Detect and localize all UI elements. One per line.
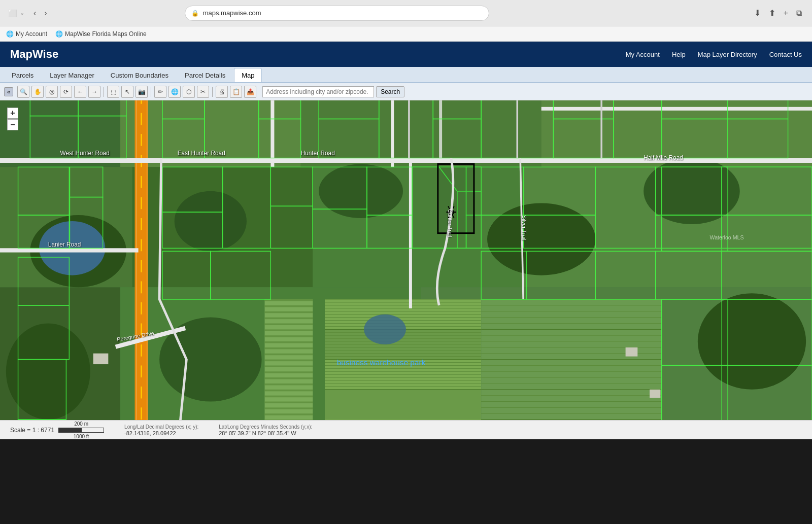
- coords-decimal-label: Long/Lat Decimal Degrees (x; y):: [124, 424, 198, 430]
- map-zoom-controls: + −: [7, 108, 18, 130]
- toolbar-globe-btn[interactable]: 🌐: [168, 86, 181, 98]
- nav-my-account[interactable]: My Account: [626, 51, 660, 58]
- svg-rect-120: [270, 100, 274, 167]
- search-button[interactable]: Search: [376, 86, 404, 97]
- browser-back-button[interactable]: ‹: [30, 7, 39, 20]
- svg-rect-44: [264, 390, 313, 392]
- svg-rect-45: [264, 396, 313, 398]
- nav-help[interactable]: Help: [672, 51, 686, 58]
- svg-rect-117: [542, 107, 812, 111]
- new-tab-button[interactable]: +: [782, 6, 790, 20]
- svg-rect-34: [264, 329, 313, 331]
- svg-rect-37: [264, 347, 313, 350]
- svg-text:Silver Trail: Silver Trail: [521, 215, 527, 240]
- svg-rect-122: [409, 158, 412, 308]
- toolbar-target-btn[interactable]: ◎: [46, 86, 58, 98]
- map-toolbar: « 🔍 ✋ ◎ ⟳ ← → ⬚ ↖ 📷 ✏ 🌐 ⬡ ✂ 🖨 📋 📤 Search: [0, 83, 812, 100]
- svg-rect-49: [264, 420, 313, 420]
- toolbar-separator-3: [212, 87, 213, 97]
- svg-rect-36: [264, 341, 313, 343]
- nav-contact-us[interactable]: Contact Us: [769, 51, 802, 58]
- tab-layer-manager[interactable]: Layer Manager: [42, 68, 101, 82]
- toolbar-zoom-box-btn[interactable]: ⬚: [107, 86, 119, 98]
- svg-text:Waterloo MLS: Waterloo MLS: [710, 234, 744, 240]
- svg-text:Canter Trail: Canter Trail: [447, 209, 453, 237]
- toolbar-copy-btn[interactable]: 📋: [230, 86, 242, 98]
- svg-rect-40: [264, 365, 313, 367]
- toolbar-screenshot-btn[interactable]: 📷: [136, 86, 148, 98]
- lock-icon: 🔒: [191, 10, 199, 17]
- bookmark-mapwise[interactable]: 🌐 MapWise Florida Maps Online: [55, 30, 147, 38]
- app-container: MapWise My Account Help Map Layer Direct…: [0, 42, 812, 439]
- status-bar: Scale = 1 : 6771 200 m 1000 ft Long/Lat …: [0, 420, 812, 439]
- address-bar[interactable]: 🔒 maps.mapwise.com: [185, 6, 489, 21]
- svg-text:Lanier Road: Lanier Road: [48, 241, 81, 248]
- toolbar-polygon-btn[interactable]: ⬡: [183, 86, 195, 98]
- svg-rect-35: [264, 335, 313, 337]
- app-header: MapWise My Account Help Map Layer Direct…: [0, 42, 812, 67]
- toolbar-collapse-button[interactable]: «: [4, 87, 13, 96]
- toolbar-draw-btn[interactable]: ✏: [154, 86, 166, 98]
- share-button[interactable]: ⬆: [767, 6, 777, 20]
- map-container[interactable]: East Hunter Road West Hunter Road Half M…: [0, 100, 812, 420]
- app-tabs: Parcels Layer Manager Custom Boundaries …: [0, 67, 812, 83]
- svg-point-21: [175, 191, 247, 252]
- bookmark-globe-icon-1: 🌐: [6, 30, 14, 38]
- url-display: maps.mapwise.com: [203, 9, 261, 17]
- toolbar-refresh-btn[interactable]: ⟳: [60, 86, 72, 98]
- tab-map[interactable]: Map: [234, 68, 262, 82]
- download-button[interactable]: ⬇: [752, 6, 763, 20]
- bookmark-globe-icon-2: 🌐: [55, 30, 63, 38]
- sidebar-button[interactable]: ⧉: [794, 6, 804, 20]
- svg-rect-32: [264, 318, 313, 320]
- browser-bookmarks: 🌐 My Account 🌐 MapWise Florida Maps Onli…: [0, 26, 812, 42]
- svg-rect-47: [264, 407, 313, 409]
- svg-rect-114: [147, 100, 147, 420]
- tab-parcel-details[interactable]: Parcel Details: [177, 68, 233, 82]
- tab-icon: ⬜: [8, 9, 17, 17]
- svg-rect-118: [0, 248, 139, 252]
- svg-rect-121: [391, 100, 394, 167]
- toolbar-export-btn[interactable]: 📤: [244, 86, 256, 98]
- svg-text:West Hunter Road: West Hunter Road: [60, 150, 110, 157]
- toolbar-back-btn[interactable]: ←: [74, 86, 86, 98]
- nav-map-layer-directory[interactable]: Map Layer Directory: [698, 51, 757, 58]
- toolbar-pan-btn[interactable]: ✋: [31, 86, 44, 98]
- toolbar-cut-btn[interactable]: ✂: [197, 86, 209, 98]
- browser-actions: ⬇ ⬆ + ⧉: [752, 6, 804, 20]
- bookmark-my-account[interactable]: 🌐 My Account: [6, 30, 47, 38]
- search-input[interactable]: [262, 86, 374, 97]
- tab-controls: ⬜ ⌄: [8, 9, 24, 17]
- svg-point-22: [319, 164, 403, 218]
- browser-forward-button[interactable]: ›: [41, 7, 50, 20]
- toolbar-zoom-in-btn[interactable]: 🔍: [17, 86, 29, 98]
- svg-point-25: [6, 323, 90, 420]
- coords-dms-section: Lat/Long Degrees Minutes Seconds (y;x): …: [219, 424, 312, 436]
- coords-decimal-value: -82.14316, 28.09422: [124, 430, 198, 436]
- svg-rect-30: [264, 305, 313, 307]
- svg-point-24: [644, 158, 740, 224]
- scale-label: Scale = 1 : 6771: [10, 427, 54, 434]
- coords-dms-label: Lat/Long Degrees Minutes Seconds (y;x):: [219, 424, 312, 430]
- scale-bar-container: 200 m 1000 ft: [58, 421, 104, 439]
- zoom-in-button[interactable]: +: [7, 108, 18, 119]
- toolbar-print-btn[interactable]: 🖨: [216, 86, 228, 98]
- svg-point-23: [487, 203, 595, 275]
- svg-rect-29: [264, 299, 313, 301]
- svg-point-111: [364, 315, 406, 344]
- toolbar-forward-btn[interactable]: →: [88, 86, 100, 98]
- svg-text:business warehouse park: business warehouse park: [337, 358, 426, 367]
- svg-rect-204: [650, 390, 660, 398]
- scale-bar-top-label: 200 m: [74, 421, 88, 427]
- app-logo: MapWise: [10, 48, 626, 61]
- svg-rect-41: [264, 371, 313, 373]
- zoom-out-button[interactable]: −: [7, 119, 18, 130]
- tab-parcels[interactable]: Parcels: [4, 68, 41, 82]
- svg-rect-33: [264, 323, 313, 325]
- svg-rect-38: [264, 354, 313, 356]
- tab-custom-boundaries[interactable]: Custom Boundaries: [103, 68, 176, 82]
- toolbar-select-btn[interactable]: ↖: [121, 86, 133, 98]
- search-section: Search: [262, 86, 404, 97]
- svg-rect-11: [301, 100, 542, 167]
- browser-titlebar: ⬜ ⌄ ‹ › 🔒 maps.mapwise.com ⬇ ⬆ + ⧉: [0, 0, 812, 26]
